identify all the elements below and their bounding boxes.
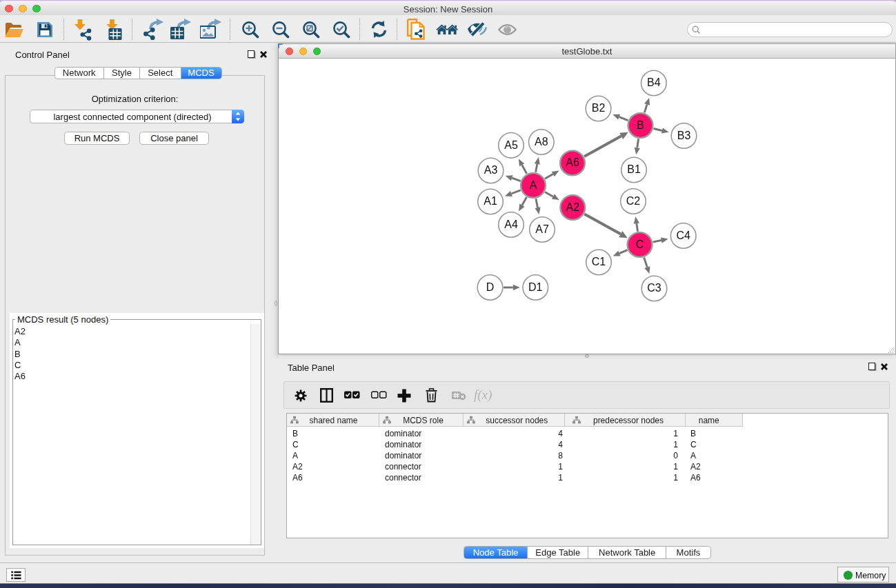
svg-text:A7: A7 xyxy=(535,223,549,235)
svg-text:A3: A3 xyxy=(484,164,498,176)
svg-text:C4: C4 xyxy=(676,230,690,241)
svg-text:C1: C1 xyxy=(592,256,606,267)
svg-text:C2: C2 xyxy=(626,195,641,207)
svg-text:B3: B3 xyxy=(677,130,691,141)
svg-text:C3: C3 xyxy=(647,282,661,294)
svg-text:D: D xyxy=(486,281,495,293)
svg-text:B4: B4 xyxy=(647,77,661,88)
svg-text:D1: D1 xyxy=(528,281,543,293)
svg-text:A4: A4 xyxy=(504,219,518,230)
svg-text:B2: B2 xyxy=(592,102,606,114)
svg-text:A8: A8 xyxy=(535,136,548,148)
svg-text:B1: B1 xyxy=(627,163,641,175)
svg-text:B: B xyxy=(637,119,644,131)
svg-text:A2: A2 xyxy=(566,201,580,213)
svg-text:A5: A5 xyxy=(504,139,518,151)
svg-text:A1: A1 xyxy=(484,195,497,207)
svg-text:A: A xyxy=(530,179,537,191)
svg-text:C: C xyxy=(636,239,644,250)
svg-text:A6: A6 xyxy=(566,156,579,168)
